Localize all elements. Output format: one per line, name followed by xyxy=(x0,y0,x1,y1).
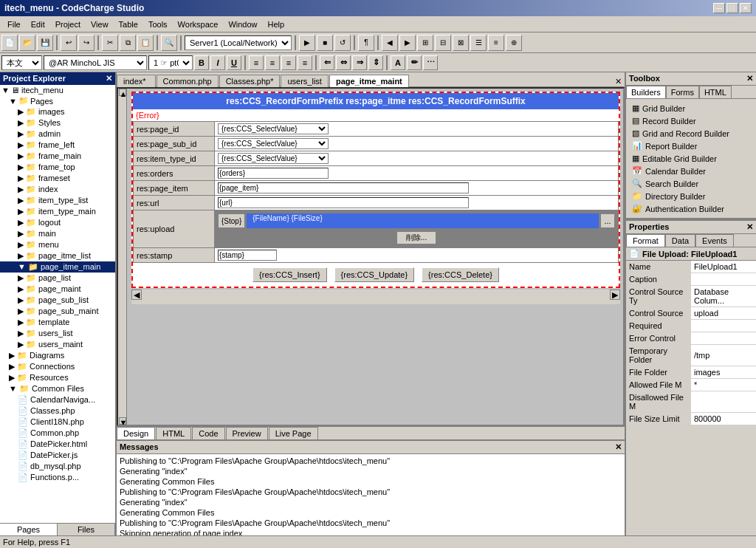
tree-logout[interactable]: ▶ 📁 logout xyxy=(0,217,115,228)
list4-button[interactable]: ≡ xyxy=(298,55,312,70)
tree-connections[interactable]: ▶ 📁 Connections xyxy=(0,361,115,372)
toolbox-editable-grid[interactable]: ▦ Editable Grid Builder xyxy=(629,152,753,165)
left-scrollbar[interactable]: ▲ ▼ xyxy=(118,89,127,425)
copy-button[interactable]: ⧉ xyxy=(120,35,136,51)
form-input-page-id[interactable]: {res:CCS_SelectValue} xyxy=(215,122,619,137)
toolbox-tab-html[interactable]: HTML xyxy=(699,86,732,98)
tab-preview[interactable]: Preview xyxy=(226,427,268,439)
tree-frame-left[interactable]: ▶ 📁 frame_left xyxy=(0,140,115,151)
tab-design[interactable]: Design xyxy=(117,427,155,439)
prop-value-control-source[interactable]: upload xyxy=(691,307,756,320)
project-explorer-close[interactable]: ✕ xyxy=(106,74,112,83)
tree-db-mysql[interactable]: 📄 db_mysql.php xyxy=(0,461,115,472)
messages-close[interactable]: ✕ xyxy=(615,442,622,452)
menu-tools[interactable]: Tools xyxy=(144,18,172,30)
tree-menu[interactable]: ▶ 📁 menu xyxy=(0,239,115,250)
form-input-url[interactable] xyxy=(215,196,619,210)
font-style-dropdown[interactable]: 本文 xyxy=(1,55,42,70)
tree-page-itme-main[interactable]: ▼ 📁 page_itme_main xyxy=(0,261,115,273)
page-id-select[interactable]: {res:CCS_SelectValue} xyxy=(218,123,329,134)
open-button[interactable]: 📂 xyxy=(19,35,35,51)
tree-page-sub-list[interactable]: ▶ 📁 page_sub_list xyxy=(0,295,115,306)
upload-delete-button[interactable]: 削除... xyxy=(396,231,436,244)
menu-window[interactable]: Window xyxy=(224,18,261,30)
font-color-button[interactable]: A xyxy=(391,55,405,70)
find-button[interactable]: 🔍 xyxy=(161,35,177,51)
prop-value-file-size[interactable]: 800000 xyxy=(691,413,756,425)
messages-content[interactable]: Publishing to "C:\Program Files\Apache G… xyxy=(117,454,625,535)
tree-frameset[interactable]: ▶ 📁 frameset xyxy=(0,173,115,184)
table4-button[interactable]: ☰ xyxy=(470,35,487,51)
tab-live-page[interactable]: Live Page xyxy=(269,427,318,439)
toolbox-search-builder[interactable]: 🔍 Search Builder xyxy=(629,177,753,190)
font-size-dropdown[interactable]: 1 ☞ pt0 xyxy=(148,55,193,70)
toolbox-report-builder[interactable]: 📊 Report Builder xyxy=(629,140,753,152)
redo-button[interactable]: ↪ xyxy=(78,35,94,51)
prop-value-temp-folder[interactable]: /tmp xyxy=(691,345,756,366)
tab-index[interactable]: index* xyxy=(117,75,156,87)
menu-table[interactable]: Table xyxy=(114,18,142,30)
toolbox-record-builder[interactable]: ▤ Record Builder xyxy=(629,114,753,127)
toolbox-tab-forms[interactable]: Forms xyxy=(666,86,699,98)
italic-button[interactable]: I xyxy=(210,55,225,70)
files-tab-button[interactable]: Files xyxy=(58,524,115,535)
tree-resources[interactable]: ▶ 📁 Resources xyxy=(0,372,115,383)
align3-button[interactable]: ⇒ xyxy=(352,55,367,70)
page-item-input[interactable] xyxy=(218,182,469,193)
page-sub-id-select[interactable]: {res:CCS_SelectValue} xyxy=(218,138,329,149)
misc1-button[interactable]: ≡ xyxy=(488,35,504,51)
paste-button[interactable]: 📋 xyxy=(137,35,154,51)
tree-common-php[interactable]: 📄 Common.php xyxy=(0,428,115,439)
align1-button[interactable]: ⇐ xyxy=(320,55,334,70)
stamp-input[interactable] xyxy=(218,250,277,261)
prop-value-allowed-file[interactable]: * xyxy=(691,379,756,391)
toolbox-close[interactable]: ✕ xyxy=(746,74,753,83)
tree-index[interactable]: ▶ 📁 index xyxy=(0,184,115,195)
tree-clienti18n[interactable]: 📄 ClientI18N.php xyxy=(0,417,115,428)
form-input-upload[interactable]: {Stop} {FileName} {FileSize} ... 削除... xyxy=(215,210,619,248)
form-input-page-item[interactable] xyxy=(215,181,619,196)
tab-classes-php[interactable]: Classes.php* xyxy=(219,75,281,87)
toolbox-grid-builder[interactable]: ▦ Grid Builder xyxy=(629,102,753,114)
tree-template[interactable]: ▶ 📁 template xyxy=(0,317,115,328)
tab-users-list[interactable]: users_list xyxy=(281,75,328,87)
toolbox-directory-builder[interactable]: 📁 Directory Builder xyxy=(629,190,753,202)
update-button[interactable]: {res:CCS_Update} xyxy=(334,267,415,282)
table-button[interactable]: ⊞ xyxy=(417,35,433,51)
bold-button[interactable]: B xyxy=(194,55,209,70)
form-canvas[interactable]: ▲ ▼ res:CCS_RecordFormPrefix res:page_it… xyxy=(117,87,625,426)
tree-frame-main[interactable]: ▶ 📁 frame_main xyxy=(0,151,115,162)
form-input-item-type-id[interactable]: {res:CCS_SelectValue} xyxy=(215,151,619,166)
tree-item-type-main[interactable]: ▶ 📁 item_type_main xyxy=(0,206,115,217)
tree-page-maint[interactable]: ▶ 📁 page_maint xyxy=(0,284,115,295)
url-input[interactable] xyxy=(218,197,469,208)
tab-code[interactable]: Code xyxy=(192,427,224,439)
orders-input[interactable] xyxy=(218,168,329,179)
horizontal-scrollbar[interactable]: ◀ ▶ xyxy=(131,290,620,304)
font-name-dropdown[interactable]: @AR MinchoL JIS xyxy=(44,55,147,70)
tree-classes-php[interactable]: 📄 Classes.php xyxy=(0,405,115,417)
publish-button[interactable]: ▶ xyxy=(299,35,315,51)
menu-project[interactable]: Project xyxy=(51,18,85,30)
underline-button[interactable]: U xyxy=(227,55,241,70)
tree-functions[interactable]: 📄 Functions.p... xyxy=(0,472,115,483)
toolbox-auth-builder[interactable]: 🔐 Authentication Builder xyxy=(629,202,753,215)
upload-stop-button[interactable]: {Stop} xyxy=(218,213,245,228)
menu-help[interactable]: Help xyxy=(264,18,289,30)
tree-calendarnaviga[interactable]: 📄 CalendarNaviga... xyxy=(0,394,115,405)
paragraph-button[interactable]: ¶ xyxy=(358,35,374,51)
properties-close[interactable]: ✕ xyxy=(746,222,753,232)
tree-item-type-list[interactable]: ▶ 📁 item_type_list xyxy=(0,195,115,206)
tree-users-list[interactable]: ▶ 📁 users_list xyxy=(0,328,115,339)
upload-browse-button[interactable]: ... xyxy=(600,213,615,228)
refresh-button[interactable]: ↺ xyxy=(334,35,351,51)
tree-area[interactable]: ▼ 🖥 itech_menu ▼ 📁 Pages ▶ 📁 images ▶ 📁 … xyxy=(0,85,115,523)
undo-button[interactable]: ↩ xyxy=(61,35,77,51)
tree-images[interactable]: ▶ 📁 images xyxy=(0,106,115,117)
tree-page-list[interactable]: ▶ 📁 page_list xyxy=(0,273,115,284)
tree-common-files[interactable]: ▼ 📁 Common Files xyxy=(0,383,115,394)
align4-button[interactable]: ⇕ xyxy=(368,55,383,70)
minimize-button[interactable]: — xyxy=(713,3,725,13)
tree-datepicker-js[interactable]: 📄 DatePicker.js xyxy=(0,450,115,461)
prop-tab-data[interactable]: Data xyxy=(665,234,695,247)
